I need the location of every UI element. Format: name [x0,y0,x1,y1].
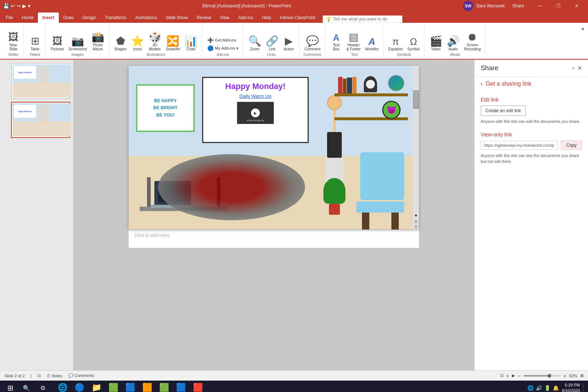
screen-recording-button[interactable]: ⏺ ScreenRecording [463,31,483,52]
customize-icon[interactable]: ▾ [28,3,31,9]
present-icon[interactable]: ▶ [22,3,26,9]
sys-network-icon[interactable]: 🌐 [527,385,534,391]
notes-button[interactable]: 🗒 Notes [47,374,62,378]
pictures-button[interactable]: 🖼 Pictures [49,35,65,52]
new-slide-button[interactable]: 🖼 NewSlide [6,31,21,52]
taskbar-clock[interactable]: 6:29 PM 8/10/2020 [562,382,580,392]
scroll-down-btn[interactable]: ▽ [413,224,419,229]
play-button[interactable]: ▶ [251,108,260,117]
undo-icon[interactable]: ↩ [11,3,15,9]
search-button[interactable]: 🔍 [19,381,34,392]
tab-file[interactable]: File [1,13,17,23]
taskbar-edge[interactable]: 🌐 [54,381,71,392]
share-close-button[interactable]: ✕ [577,65,582,72]
tab-inknoe[interactable]: Inknoe ClassPoint [276,13,320,23]
tell-me-box[interactable]: 💡 [323,15,402,23]
taskview-button[interactable]: ⧉ [35,381,50,392]
restore-button[interactable]: ❐ [550,0,567,12]
close-button[interactable]: ✕ [568,0,585,12]
green-slime: 😈 [382,101,401,119]
tab-addins[interactable]: Add-ins [234,13,258,23]
canvas-scrollbar[interactable]: ▲ △ ▽ [413,66,419,229]
taskbar-teams[interactable]: 🟦 [122,381,138,392]
shapes-button[interactable]: ⬟ Shapes [113,35,128,52]
fit-slide-icon[interactable]: ⊠ [580,373,584,378]
comments-button[interactable]: 💬 Comments [68,373,94,378]
equation-button[interactable]: π Equation [387,36,404,52]
sys-notification-icon[interactable]: 🔔 [553,385,559,391]
tab-slideshow[interactable]: Slide Show [161,13,192,23]
video-thumbnail[interactable]: ▶ Khan Academy [237,102,274,124]
comment-button[interactable]: 💬 Comment [303,35,322,52]
canvas-scroll-thumb[interactable] [413,90,419,109]
tab-help[interactable]: Help [258,13,276,23]
3d-models-button[interactable]: 🎲 3DModels [147,31,163,52]
create-edit-link-button[interactable]: Create an edit link [481,106,526,116]
view-normal-icon[interactable]: ⊡ [500,373,503,378]
view-outline-icon[interactable]: ≡ [506,374,509,378]
video-button[interactable]: 🎬 Video [428,35,444,52]
slide-2-thumbnail[interactable]: Happy Monday! [11,102,70,138]
share-back-arrow[interactable]: ‹ [481,81,483,87]
user-avatar[interactable]: SW [463,1,473,11]
get-addins-button[interactable]: ➕ Get Add-ins [206,36,240,44]
tab-home[interactable]: Home [17,13,38,23]
view-link-input[interactable] [481,141,558,150]
wordart-button[interactable]: A WordArt [363,36,380,52]
zoom-button[interactable]: 🔍 Zoom [247,35,263,52]
ribbon-collapse[interactable]: ▲ [581,24,585,57]
share-button[interactable]: Share [508,2,528,10]
tab-animations[interactable]: Animations [131,13,161,23]
tab-insert[interactable]: Insert [38,13,59,23]
action-button[interactable]: ▶ Action [282,35,296,52]
save-icon[interactable]: 💾 [3,3,9,9]
tab-design[interactable]: Design [78,13,100,23]
audio-button[interactable]: 🔊 Audio [445,35,461,52]
start-button[interactable]: ⊞ [3,381,18,392]
icons-button[interactable]: ⭐ Icons [130,35,146,52]
taskbar-powerpoint[interactable]: 🟧 [139,381,155,392]
tab-draw[interactable]: Draw [59,13,78,23]
tab-view[interactable]: View [215,13,234,23]
link-button[interactable]: 🔗 Link [264,35,280,52]
notes-area[interactable]: Click to add notes [129,229,419,248]
taskbar-app-green[interactable]: 🟩 [105,381,121,392]
sys-battery-icon[interactable]: 🔋 [544,385,551,391]
show-desktop-icon[interactable] [583,384,585,392]
chart-button[interactable]: 📊 Chart [183,35,199,52]
zoom-out-icon[interactable]: − [518,373,521,379]
view-slideshow-icon[interactable]: ▶ [512,373,515,378]
scroll-page-up-btn[interactable]: △ [413,218,419,224]
sys-volume-icon[interactable]: 🔊 [536,385,542,391]
zoom-in-icon[interactable]: + [563,373,566,379]
photo-album-button[interactable]: 📸 PhotoAlbum [90,31,106,52]
tab-review[interactable]: Review [192,13,215,23]
slide-bullet[interactable]: Daily Warm Up [240,93,272,99]
textbox-button[interactable]: A TextBox [329,33,344,52]
my-addins-button[interactable]: 🔵 My Add-ins ▾ [206,44,240,52]
tab-transitions[interactable]: Transitions [100,13,130,23]
slide-1-thumbnail[interactable]: Happy Monday! [11,63,70,99]
redo-icon[interactable]: ↪ [17,3,21,9]
slide-layout-icon[interactable]: ⊡ [37,373,41,378]
taskbar-chrome[interactable]: 🔵 [71,381,87,392]
scroll-up-btn[interactable]: ▲ [413,212,419,218]
header-footer-button[interactable]: ▤ Header& Footer [345,31,362,52]
symbol-button[interactable]: Ω Symbol [406,36,421,52]
zoom-thumb[interactable] [548,374,551,378]
share-dropdown-icon[interactable]: ▾ [572,66,574,71]
taskbar-explorer[interactable]: 📁 [88,381,104,392]
share-sub-header[interactable]: ‹ Get a sharing link [475,77,588,91]
smartart-button[interactable]: 🔀 SmartArt [164,35,182,52]
ribbon-collapse-icon[interactable]: ▲ [581,26,585,31]
copy-button[interactable]: Copy [561,140,582,150]
taskbar-app2[interactable]: 🟩 [156,381,172,392]
tell-me-input[interactable] [333,17,399,22]
zoom-slider[interactable] [524,375,560,377]
slide-canvas[interactable]: Happy Monday! Daily Warm Up ▶ Khan Acade… [129,66,419,229]
table-button[interactable]: ⊞ Table [28,35,42,52]
taskbar-app3[interactable]: 🟦 [173,381,189,392]
screenshot-button[interactable]: 📷 Screenshot [67,35,89,52]
taskbar-app4[interactable]: 🟥 [190,381,206,392]
minimize-button[interactable]: — [531,0,548,12]
